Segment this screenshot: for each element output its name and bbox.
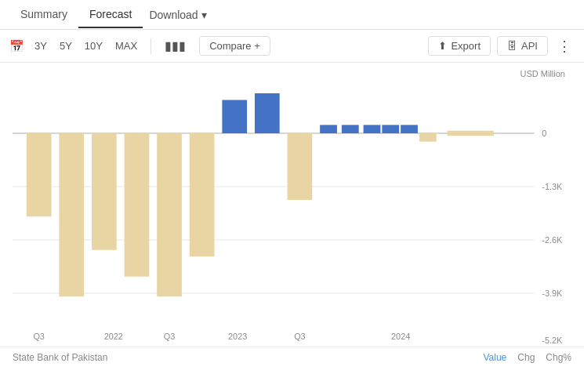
bar-2 <box>59 133 84 296</box>
bar-7 <box>222 100 247 134</box>
bar-chart: 0 -1.3K -2.6K -3.9K -5.2K <box>13 80 571 347</box>
bar-4 <box>125 133 150 277</box>
value-link[interactable]: Value <box>483 352 506 363</box>
chart-type-button[interactable]: ▮▮▮ <box>159 36 191 56</box>
time-3y-button[interactable]: 3Y <box>29 38 53 54</box>
tab-forecast[interactable]: Forecast <box>78 2 143 28</box>
footer: State Bank of Pakistan Value Chg Chg% <box>0 347 584 368</box>
compare-button[interactable]: Compare + <box>199 36 270 56</box>
svg-text:Q3: Q3 <box>294 332 306 341</box>
chevron-down-icon: ▾ <box>201 9 207 21</box>
svg-text:-5.2K: -5.2K <box>542 335 562 344</box>
chg-label[interactable]: Chg <box>517 352 535 363</box>
bar-1 <box>27 133 52 216</box>
data-source: State Bank of Pakistan <box>13 352 107 363</box>
upload-icon: ⬆ <box>438 40 447 52</box>
api-button[interactable]: 🗄 API <box>497 36 548 56</box>
bar-8 <box>255 93 280 133</box>
tab-summary[interactable]: Summary <box>9 2 78 28</box>
svg-text:2023: 2023 <box>228 332 247 341</box>
export-button[interactable]: ⬆ Export <box>428 36 491 56</box>
bar-6 <box>190 133 215 256</box>
chart-area: 0 -1.3K -2.6K -3.9K -5.2K <box>13 80 571 347</box>
svg-text:2024: 2024 <box>391 332 410 341</box>
svg-text:2022: 2022 <box>104 332 123 341</box>
bar-13 <box>382 125 399 133</box>
bar-11 <box>342 125 359 133</box>
bar-chart-icon: ▮▮▮ <box>165 39 186 53</box>
toolbar: 📅 3Y 5Y 10Y MAX ▮▮▮ Compare + ⬆ Export 🗄… <box>0 30 584 63</box>
time-range-buttons: 3Y 5Y 10Y MAX <box>29 38 143 54</box>
toolbar-divider <box>151 38 151 54</box>
calendar-icon[interactable]: 📅 <box>9 39 24 53</box>
time-max-button[interactable]: MAX <box>110 38 143 54</box>
svg-text:-2.6K: -2.6K <box>542 235 562 245</box>
bar-15 <box>419 133 437 142</box>
tab-download[interactable]: Download ▾ <box>143 2 212 27</box>
svg-text:-1.3K: -1.3K <box>542 182 562 191</box>
time-10y-button[interactable]: 10Y <box>79 38 108 54</box>
bar-5 <box>157 133 182 296</box>
bar-3 <box>92 133 117 250</box>
database-icon: 🗄 <box>507 40 517 52</box>
bar-10 <box>320 125 337 133</box>
svg-text:Q3: Q3 <box>164 332 176 341</box>
bar-9 <box>288 133 313 200</box>
currency-label: USD Million <box>13 69 571 78</box>
footer-links: Value Chg Chg% <box>483 352 571 363</box>
toolbar-right: ⬆ Export 🗄 API ⋮ <box>428 36 575 56</box>
chg-pct-label[interactable]: Chg% <box>546 352 571 363</box>
more-options-button[interactable]: ⋮ <box>554 36 575 56</box>
bar-14 <box>401 125 418 133</box>
chart-container: USD Million 0 -1.3K -2.6K -3.9K -5.2K <box>0 63 584 347</box>
svg-text:Q3: Q3 <box>33 332 45 341</box>
time-5y-button[interactable]: 5Y <box>54 38 78 54</box>
tab-bar: Summary Forecast Download ▾ <box>0 0 584 30</box>
svg-text:0: 0 <box>542 129 546 138</box>
bar-12 <box>364 125 381 133</box>
download-label: Download <box>149 9 198 21</box>
svg-text:-3.9K: -3.9K <box>542 289 562 298</box>
